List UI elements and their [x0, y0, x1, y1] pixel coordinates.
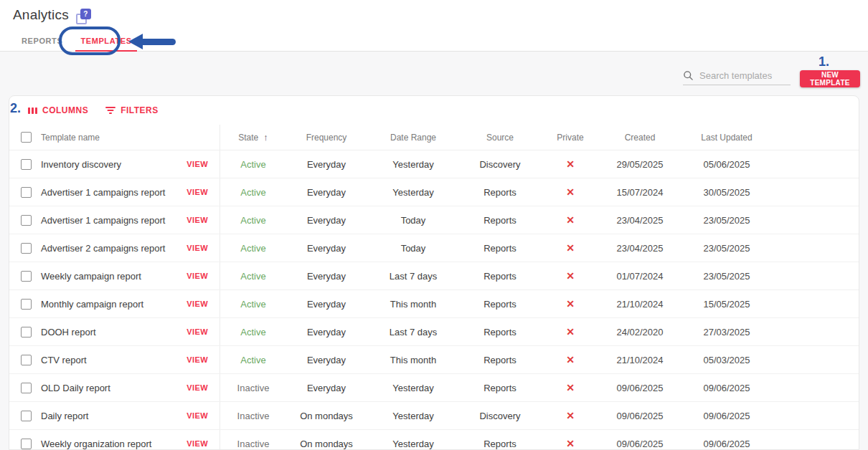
tab-reports[interactable]: REPORTS — [22, 37, 62, 45]
view-link[interactable]: VIEW — [170, 178, 220, 206]
x-mark-icon: ✕ — [566, 438, 575, 449]
search-input[interactable] — [699, 70, 791, 81]
source-cell: Reports — [460, 243, 540, 254]
state-cell: Active — [220, 215, 286, 226]
column-header-private[interactable]: Private — [540, 133, 600, 143]
table-row[interactable]: OLD Daily report VIEW Inactive Everyday … — [9, 374, 859, 402]
source-cell: Reports — [460, 327, 540, 338]
row-checkbox[interactable] — [21, 411, 32, 421]
state-cell: Active — [220, 299, 286, 310]
private-cell: ✕ — [540, 242, 600, 254]
table-row[interactable]: DOOH report VIEW Active Everyday Last 7 … — [9, 318, 859, 346]
date-range-cell: Yesterday — [367, 439, 460, 449]
columns-button[interactable]: COLUMNS — [28, 105, 88, 115]
table-row[interactable]: Daily report VIEW Inactive On mondays Ye… — [9, 402, 859, 430]
table-row[interactable]: Weekly organization report VIEW Inactive… — [9, 430, 859, 450]
row-checkbox[interactable] — [21, 271, 32, 282]
template-name: Inventory discovery — [41, 159, 170, 170]
row-checkbox-cell — [9, 271, 41, 282]
row-checkbox-cell — [9, 299, 41, 310]
template-name: CTV report — [41, 355, 170, 365]
view-link[interactable]: VIEW — [170, 150, 220, 178]
row-checkbox-cell — [9, 383, 41, 393]
private-cell: ✕ — [540, 270, 600, 282]
private-cell: ✕ — [540, 186, 600, 198]
row-checkbox[interactable] — [21, 383, 32, 393]
created-cell: 09/06/2025 — [600, 439, 679, 449]
created-cell: 09/06/2025 — [600, 383, 679, 393]
template-name: Advertiser 1 campaigns report — [41, 187, 170, 198]
source-cell: Reports — [460, 271, 540, 282]
annotation-step-2: 2. — [10, 101, 21, 116]
column-header-frequency[interactable]: Frequency — [286, 133, 367, 143]
view-link[interactable]: VIEW — [170, 374, 220, 401]
template-name: Daily report — [41, 411, 170, 421]
state-cell: Inactive — [220, 383, 286, 393]
table-row[interactable]: Advertiser 2 campaigns report VIEW Activ… — [9, 234, 859, 262]
x-mark-icon: ✕ — [566, 298, 575, 310]
row-checkbox[interactable] — [21, 299, 32, 310]
column-header-created[interactable]: Created — [600, 133, 679, 143]
select-all-checkbox[interactable] — [21, 132, 32, 143]
x-mark-icon: ✕ — [566, 158, 575, 170]
filters-button[interactable]: FILTERS — [105, 105, 159, 115]
template-name: DOOH report — [41, 327, 170, 338]
created-cell: 29/05/2025 — [600, 159, 679, 170]
view-link[interactable]: VIEW — [170, 290, 220, 317]
new-template-button[interactable]: NEW TEMPLATE — [800, 70, 860, 87]
table-row[interactable]: Inventory discovery VIEW Active Everyday… — [9, 150, 859, 178]
view-link[interactable]: VIEW — [170, 234, 220, 262]
last-updated-cell: 15/05/2025 — [679, 299, 774, 310]
created-cell: 21/10/2024 — [600, 299, 679, 310]
row-checkbox-cell — [9, 327, 41, 338]
row-checkbox[interactable] — [21, 355, 32, 365]
template-name: Advertiser 1 campaigns report — [41, 215, 170, 226]
date-range-cell: Last 7 days — [367, 327, 460, 338]
table-row[interactable]: Advertiser 1 campaigns report VIEW Activ… — [9, 178, 859, 206]
search-box[interactable] — [683, 70, 791, 85]
last-updated-cell: 09/06/2025 — [679, 383, 774, 393]
row-checkbox[interactable] — [21, 327, 32, 338]
view-link[interactable]: VIEW — [170, 346, 220, 373]
frequency-cell: Everyday — [286, 159, 367, 170]
column-header-state[interactable]: State↑ — [220, 132, 286, 143]
help-icon[interactable]: ? — [76, 9, 92, 24]
state-cell: Active — [220, 327, 286, 338]
table-toolbar: COLUMNS FILTERS — [9, 96, 859, 125]
view-link[interactable]: VIEW — [170, 430, 220, 450]
row-checkbox-cell — [9, 159, 41, 170]
row-checkbox-cell — [9, 439, 41, 449]
filters-button-label: FILTERS — [121, 105, 159, 115]
frequency-cell: Everyday — [286, 187, 367, 198]
row-checkbox[interactable] — [21, 243, 32, 254]
row-checkbox-cell — [9, 411, 41, 421]
column-header-template-name[interactable]: Template name — [41, 133, 170, 143]
header-band: Analytics ? REPORTS TEMPLATES — [0, 0, 868, 52]
view-link[interactable]: VIEW — [170, 318, 220, 345]
row-checkbox[interactable] — [21, 159, 32, 170]
question-mark-icon: ? — [80, 9, 91, 19]
private-cell: ✕ — [540, 354, 600, 365]
table-row[interactable]: Weekly campaign report VIEW Active Every… — [9, 262, 859, 290]
row-checkbox[interactable] — [21, 215, 32, 226]
column-header-last-updated[interactable]: Last Updated — [679, 133, 774, 143]
table-row[interactable]: Monthly campaign report VIEW Active Ever… — [9, 290, 859, 318]
row-checkbox[interactable] — [21, 439, 32, 449]
frequency-cell: Everyday — [286, 215, 367, 226]
template-name: Weekly organization report — [41, 439, 170, 449]
table-row[interactable]: CTV report VIEW Active Everyday This mon… — [9, 346, 859, 374]
table-row[interactable]: Advertiser 1 campaigns report VIEW Activ… — [9, 206, 859, 234]
x-mark-icon: ✕ — [566, 382, 575, 393]
source-cell: Reports — [460, 439, 540, 449]
row-checkbox[interactable] — [21, 187, 32, 198]
template-name: Weekly campaign report — [41, 271, 170, 282]
column-header-date-range[interactable]: Date Range — [367, 133, 460, 143]
tab-templates[interactable]: TEMPLATES — [80, 37, 131, 45]
view-link[interactable]: VIEW — [170, 206, 220, 234]
view-link[interactable]: VIEW — [170, 262, 220, 289]
select-all-checkbox-cell — [9, 132, 41, 143]
view-link[interactable]: VIEW — [170, 402, 220, 429]
created-cell: 15/07/2024 — [600, 187, 679, 198]
row-checkbox-cell — [9, 215, 41, 226]
column-header-source[interactable]: Source — [460, 133, 540, 143]
